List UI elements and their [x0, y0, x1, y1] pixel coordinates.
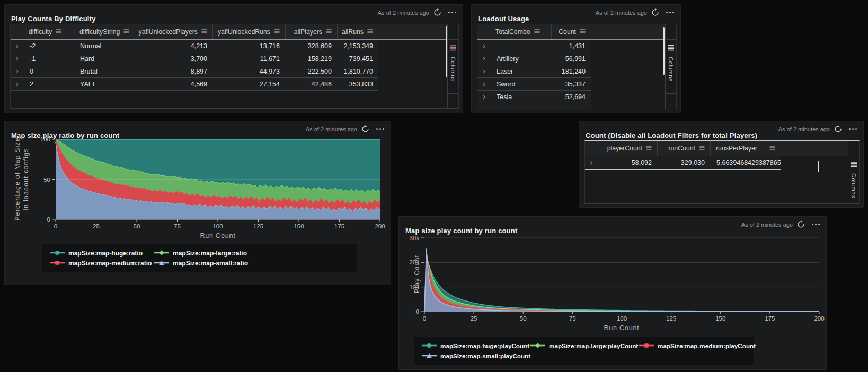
- legend-item-map-huge[interactable]: mapSize:map-huge:ratio: [49, 248, 154, 258]
- column-settings-icon[interactable]: [851, 160, 857, 170]
- column-menu-icon[interactable]: [580, 28, 586, 36]
- column-menu-icon[interactable]: [646, 145, 652, 152]
- legend-item-map-medium[interactable]: mapSize:map-medium:playCount: [639, 341, 747, 351]
- column-header-Count[interactable]: Count: [551, 24, 591, 39]
- refresh-icon[interactable]: [433, 8, 441, 16]
- columns-sidebar-tab[interactable]: Columns: [665, 24, 676, 109]
- panel-play-counts: Play Counts By Difficulty As of 2 minute…: [4, 4, 463, 113]
- column-header-difficulty[interactable]: difficulty: [23, 24, 74, 39]
- legend-label: mapSize:map-medium:playCount: [658, 342, 756, 349]
- legend-item-map-small[interactable]: mapSize:map-small:playCount: [421, 351, 530, 361]
- table-cell: 3,700: [135, 55, 212, 63]
- row-expand-chevron-icon[interactable]: [477, 81, 490, 87]
- refresh-icon[interactable]: [834, 125, 842, 133]
- panel-playcount-chart: Map size play count by run count As of 2…: [398, 216, 827, 370]
- svg-text:125: 125: [253, 223, 263, 229]
- columns-sidebar-tab[interactable]: Columns: [447, 24, 458, 108]
- panel-menu-icon[interactable]: [846, 127, 858, 131]
- column-header-playerCount[interactable]: playerCount: [598, 141, 657, 156]
- row-expand-chevron-icon[interactable]: [477, 68, 490, 75]
- row-expand-chevron-icon[interactable]: [11, 56, 23, 62]
- legend-item-map-large[interactable]: mapSize:map-large:ratio: [154, 248, 258, 258]
- table-row[interactable]: Laser181,240: [477, 65, 591, 78]
- refresh-icon[interactable]: [651, 8, 659, 16]
- column-header-yafiUnlockedRuns[interactable]: yafiUnlockedRuns: [212, 24, 285, 39]
- table-row[interactable]: 58,092329,0305.6639468429387865: [585, 156, 781, 169]
- table-row[interactable]: -2Normal4,21313,716328,6092,153,349: [11, 40, 378, 52]
- table-cell: Sword: [490, 81, 551, 88]
- table-cell: Laser: [490, 68, 551, 75]
- table-cell: 58,092: [598, 159, 657, 166]
- legend-label: mapSize:map-small:playCount: [440, 352, 530, 359]
- legend-item-map-huge[interactable]: mapSize:map-huge:playCount: [421, 341, 530, 351]
- svg-text:25: 25: [471, 315, 477, 322]
- table-scrollbar[interactable]: [446, 26, 447, 77]
- svg-text:25: 25: [93, 223, 100, 229]
- column-header-runsPerPlayer[interactable]: runsPerPlayer: [710, 141, 781, 156]
- column-header-label: TotalCombo: [495, 28, 530, 36]
- legend-item-map-large[interactable]: mapSize:map-large:playCount: [530, 341, 639, 351]
- column-header-TotalCombo[interactable]: TotalCombo: [490, 24, 551, 39]
- table-cell: 1,431: [551, 42, 591, 50]
- column-menu-icon[interactable]: [201, 28, 207, 36]
- svg-text:200: 200: [375, 223, 385, 229]
- panel-menu-icon[interactable]: [446, 11, 457, 14]
- column-header-label: difficultyString: [79, 28, 120, 36]
- legend-label: mapSize:map-small:ratio: [173, 260, 248, 267]
- column-menu-icon[interactable]: [769, 145, 775, 152]
- table-row[interactable]: 2YAFI4,56927,15442,486353,833: [11, 78, 378, 91]
- table-cell: 0: [23, 68, 74, 75]
- column-menu-icon[interactable]: [274, 28, 280, 36]
- panel-title: Count (Disable all Loadout Filters for t…: [586, 131, 757, 139]
- columns-sidebar-tab[interactable]: Columns: [848, 141, 859, 203]
- table-cell: 44,973: [212, 68, 285, 75]
- svg-text:50: 50: [43, 176, 50, 183]
- svg-text:150: 150: [294, 223, 304, 229]
- panel-header: Count (Disable all Loadout Filters for t…: [579, 121, 863, 138]
- table-scrollbar[interactable]: [663, 27, 665, 75]
- play-counts-table: difficultydifficultyStringyafiUnlockedPl…: [10, 24, 459, 109]
- table-row[interactable]: -1Hard3,70011,671158,219739,451: [11, 52, 378, 65]
- table-row[interactable]: Artillery56,991: [477, 52, 591, 65]
- row-expand-chevron-icon[interactable]: [585, 160, 598, 166]
- table-row[interactable]: Sword35,337: [477, 78, 591, 91]
- as-of-label: As of 2 minutes ago: [596, 10, 647, 16]
- column-menu-icon[interactable]: [534, 28, 540, 36]
- svg-text:0: 0: [47, 216, 50, 223]
- column-menu-icon[interactable]: [56, 28, 61, 36]
- column-menu-icon[interactable]: [123, 28, 129, 36]
- row-expand-chevron-icon[interactable]: [11, 81, 23, 87]
- column-settings-icon[interactable]: [450, 43, 456, 53]
- row-expand-chevron-icon[interactable]: [11, 43, 23, 49]
- column-menu-icon[interactable]: [367, 28, 373, 36]
- loadout-usage-table: TotalComboCount1,431Artillery56,991Laser…: [477, 24, 677, 109]
- column-header-runCount[interactable]: runCount: [657, 141, 710, 156]
- table-header-row: difficultydifficultyStringyafiUnlockedPl…: [11, 24, 448, 40]
- column-menu-icon[interactable]: [699, 145, 705, 152]
- column-header-label: allPlayers: [294, 28, 322, 36]
- row-expand-chevron-icon[interactable]: [477, 43, 490, 49]
- row-expand-chevron-icon[interactable]: [477, 94, 490, 100]
- row-expand-chevron-icon[interactable]: [477, 56, 490, 62]
- column-menu-icon[interactable]: [326, 28, 332, 36]
- table-scrollbar[interactable]: [818, 161, 819, 172]
- legend-item-map-small[interactable]: mapSize:map-small:ratio: [154, 258, 258, 268]
- partial-table-row: [477, 103, 591, 110]
- row-expand-chevron-icon[interactable]: [11, 68, 23, 75]
- table-cell: 5.6639468429387865: [710, 159, 781, 166]
- column-header-allPlayers[interactable]: allPlayers: [285, 24, 337, 39]
- svg-text:0: 0: [54, 223, 57, 229]
- legend-square-marker-icon: [639, 341, 654, 351]
- column-header-difficultyString[interactable]: difficultyString: [74, 24, 135, 39]
- panel-menu-icon[interactable]: [663, 11, 675, 14]
- table-row[interactable]: 0Brutal8,89744,973222,5001,810,770: [11, 65, 378, 78]
- column-header-label: runsPerPlayer: [716, 145, 757, 152]
- columns-tab-label: Columns: [450, 57, 456, 82]
- column-header-yafiUnlockedPlayers[interactable]: yafiUnlockedPlayers: [135, 24, 212, 39]
- table-row[interactable]: 1,431: [477, 40, 591, 52]
- column-header-allRuns[interactable]: allRuns: [337, 24, 378, 39]
- legend-item-map-medium[interactable]: mapSize:map-medium:ratio: [49, 258, 154, 268]
- table-row[interactable]: Tesla52,694: [477, 91, 591, 103]
- column-settings-icon[interactable]: [668, 43, 674, 53]
- table-cell: 739,451: [337, 55, 378, 63]
